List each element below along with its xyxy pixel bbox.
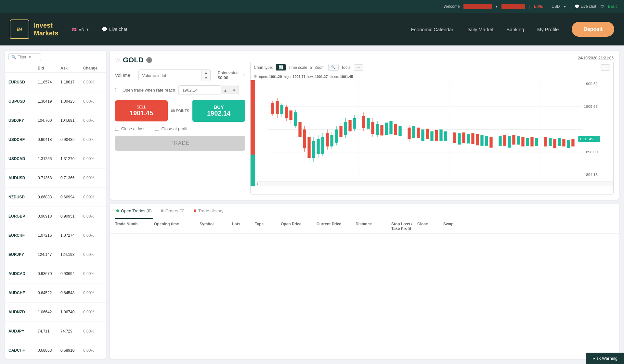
instrument-row[interactable]: NZDUSD 0.66833 0.66994 0.00% 0.66916 / 0…: [5, 188, 106, 207]
loss-profit-row: Close at loss Close at profit: [115, 126, 245, 131]
trade-panel: ☆ GOLD i Volume ▲ ▼ Poin: [110, 51, 619, 200]
nav-economic-calendar[interactable]: Economic Calendar: [411, 27, 453, 32]
bid-value: 0.90418: [38, 137, 60, 142]
chevron-down-icon[interactable]: ▾: [496, 4, 498, 9]
svg-rect-81: [476, 134, 479, 145]
star-icon[interactable]: ☆: [115, 56, 120, 64]
logo-area: iM Invest Markets: [10, 19, 58, 39]
fullscreen-button[interactable]: ⛶: [601, 64, 610, 71]
chart-info-bottom: ℹ: [255, 181, 613, 186]
zoom-button[interactable]: 🔍: [328, 64, 339, 71]
rate-label: Open trade when rate reach: [123, 88, 175, 93]
live-chat-top-button[interactable]: 💬 Live chat: [575, 4, 596, 9]
info-circle-icon: ℹ: [257, 182, 258, 186]
risk-warning-button[interactable]: Risk Warning: [586, 353, 624, 364]
ask-value: 0.90439: [60, 137, 83, 142]
close-at-loss-checkbox[interactable]: [115, 127, 119, 131]
instrument-row[interactable]: CADCHF 0.68863 0.68910 0.00% 0.68878 / 0…: [5, 341, 106, 359]
ask-value: 0.93694: [60, 271, 83, 276]
instrument-row[interactable]: AUDNZD 1.06642 1.06740 0.00% 1.06751 / 1…: [5, 303, 106, 322]
search-icon: 🔍: [11, 55, 16, 59]
rate-toggle-up[interactable]: ▲: [221, 86, 230, 94]
volume-input[interactable]: [139, 70, 202, 81]
bid-value: 124.147: [38, 252, 60, 257]
tabs-row: Open Trades (0) Orders (0) Trade History: [110, 204, 619, 219]
chart-settings-icon[interactable]: ⚙: [254, 74, 257, 79]
help-icon[interactable]: ?: [242, 73, 245, 78]
instrument-row[interactable]: AUDJPY 74.711 74.729 0.00% 74.786 / 74.5…: [5, 322, 106, 341]
svg-text:1894.16: 1894.16: [584, 172, 598, 177]
live-chat-header-button[interactable]: 💬 Live chat: [102, 27, 127, 32]
ask-value: 104.691: [60, 118, 83, 123]
volume-up-button[interactable]: ▲: [202, 70, 210, 75]
svg-text:1905.68: 1905.68: [584, 104, 598, 108]
rate-input[interactable]: [179, 85, 221, 95]
instrument-name: AUDCHF: [8, 291, 38, 295]
open-trades-dot: [116, 209, 119, 212]
language-selector[interactable]: 🇬🇧 EN ▾: [72, 27, 89, 32]
instrument-row[interactable]: EURJPY 124.147 124.193 0.00% 124.228 / 1…: [5, 245, 106, 264]
ask-value: 1.18617: [60, 80, 83, 84]
volume-down-button[interactable]: ▼: [202, 75, 210, 81]
change-value: 0.00%: [83, 271, 106, 276]
chart-date: 24/10/2020 21:21:05: [578, 56, 614, 60]
logo-text: Invest Markets: [34, 21, 58, 37]
close-at-profit-checkbox[interactable]: [155, 127, 159, 131]
svg-rect-98: [558, 138, 561, 146]
rate-toggle-down[interactable]: ▼: [230, 86, 239, 94]
filter-input[interactable]: 🔍 Filter ▾: [8, 53, 41, 61]
instrument-panel: 🔍 Filter ▾ Bid Ask Change High/Low EURUS…: [5, 51, 106, 359]
flag-icon: 🇬🇧: [72, 27, 77, 32]
currency-selector[interactable]: USD: [552, 4, 560, 9]
tab-orders[interactable]: Orders (0): [160, 204, 186, 219]
sell-button[interactable]: SELL 1901.45: [115, 100, 168, 121]
tab-open-trades[interactable]: Open Trades (0): [115, 204, 153, 219]
instrument-row[interactable]: EURUSD 1.18574 1.18617 0.00% 1.18644 / 1…: [5, 73, 106, 92]
svg-rect-78: [467, 134, 470, 144]
svg-rect-68: [421, 130, 424, 141]
svg-rect-89: [517, 136, 520, 145]
deposit-button[interactable]: Deposit: [572, 22, 614, 37]
chat-bubble-icon: 💬: [102, 27, 107, 32]
nav-daily-market[interactable]: Daily Market: [466, 27, 493, 32]
change-value: 0.00%: [83, 137, 106, 142]
instrument-row[interactable]: EURCHF 1.07216 1.07274 0.00% 1.07287 / 1…: [5, 226, 106, 245]
chart-candlestick-btn[interactable]: 📊: [276, 64, 286, 71]
bid-value: 0.71368: [38, 176, 60, 180]
nav-my-profile[interactable]: My Profile: [537, 27, 559, 32]
orders-dot: [161, 209, 163, 212]
nav-banking[interactable]: Banking: [506, 27, 524, 32]
tools-more-button[interactable]: ···: [354, 64, 363, 71]
orders-label: Orders (0): [165, 208, 185, 213]
instruments-header: Bid Ask Change High/Low: [5, 64, 106, 73]
tab-trade-history[interactable]: Trade History: [192, 204, 225, 219]
currency-chevron-icon[interactable]: ▾: [564, 4, 566, 9]
instrument-row[interactable]: USDCHF 0.90418 0.90439 0.00% 0.90550 / 0…: [5, 130, 106, 149]
ask-value: 124.193: [60, 252, 83, 257]
buy-price: 1902.14: [200, 110, 237, 117]
instrument-row[interactable]: EURGBP 0.90918 0.90951 0.00% 0.91070 / 0…: [5, 207, 106, 226]
instrument-row[interactable]: AUDUSD 0.71368 0.71366 0.00% 0.71435 / 0…: [5, 169, 106, 188]
chart-area: 24/10/2020 21:21:05 Chart type: 📊 Time s…: [250, 56, 614, 195]
rate-checkbox[interactable]: [115, 88, 119, 92]
instrument-row[interactable]: USDJPY 104.700 104.691 0.00% 104.758 / 1…: [5, 111, 106, 130]
close-at-profit-label: Close at profit: [161, 126, 187, 131]
bid-value: 1.06642: [38, 310, 60, 314]
instrument-row[interactable]: AUDCHF 0.64522 0.64548 0.00% 0.64568 / 0…: [5, 283, 106, 303]
volume-bar: [251, 80, 255, 186]
info-icon[interactable]: i: [146, 57, 152, 63]
instrument-name: AUDUSD: [8, 176, 38, 180]
sell-label: SELL: [123, 105, 160, 109]
instrument-name: EURCHF: [8, 233, 38, 238]
svg-rect-87: [508, 136, 511, 148]
instrument-row[interactable]: GBPUSD 1.30419 1.30425 0.00% 1.30537 / 1…: [5, 92, 106, 111]
ask-value: 0.71366: [60, 176, 83, 180]
buy-button[interactable]: BUY 1902.14: [192, 100, 245, 122]
svg-rect-84: [489, 137, 492, 148]
instrument-row[interactable]: AUDCAD 0.93670 0.93694 0.00% 0.93789 / 0…: [5, 264, 106, 283]
basic-badge[interactable]: Basic: [608, 4, 618, 9]
bid-value: 1.31255: [38, 157, 60, 161]
table-header: Trade Numb... Opening time Symbol Lots T…: [110, 219, 619, 234]
instrument-row[interactable]: USDCAD 1.31255 1.31270 0.00% 1.31502 / 1…: [5, 149, 106, 169]
trade-button[interactable]: TRADE: [115, 136, 245, 151]
